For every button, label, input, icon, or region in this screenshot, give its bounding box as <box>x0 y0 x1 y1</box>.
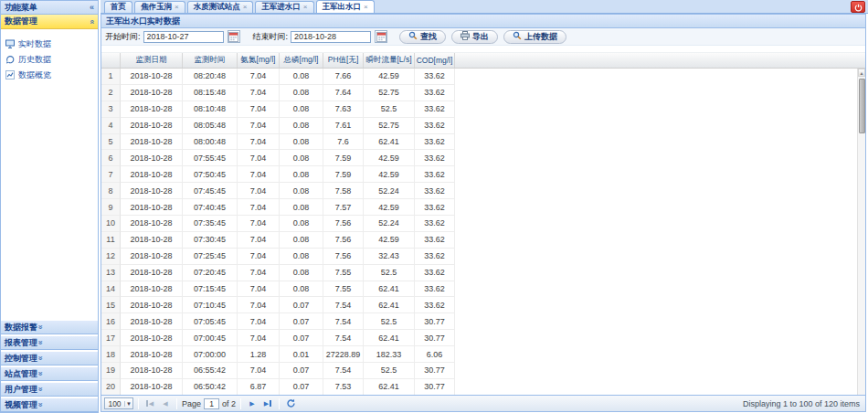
start-date-input[interactable] <box>143 31 224 43</box>
cell: 42.59 <box>364 69 415 85</box>
cell: 52.24 <box>364 183 415 199</box>
cell: 2018-10-28 <box>121 265 183 281</box>
table-row[interactable]: 42018-10-2808:05:487.040.087.6152.7533.6… <box>101 118 865 134</box>
table-row[interactable]: 122018-10-2807:25:457.040.087.5632.4333.… <box>101 249 865 265</box>
table-row[interactable]: 92018-10-2807:40:457.040.087.5742.5933.6… <box>101 199 865 216</box>
cell: 33.62 <box>415 249 455 265</box>
page-size-select[interactable]: 100 ▼ <box>104 397 133 409</box>
tab-jiaozuo-yurun[interactable]: 焦作玉润× <box>134 1 185 13</box>
sidebar-item-data-overview[interactable]: 数据概览 <box>5 68 94 83</box>
start-date-calendar-icon[interactable] <box>228 30 240 43</box>
cell: 7.04 <box>238 118 280 134</box>
column-header-tp[interactable]: 总磷[mg/l] <box>280 53 323 68</box>
column-header-cod[interactable]: COD[mg/l] <box>415 53 455 68</box>
upload-data-button[interactable]: 上传数据 <box>503 30 566 44</box>
tab-wangjun-inlet[interactable]: 王军进水口× <box>255 1 313 13</box>
first-page-button[interactable]: ◀ <box>143 397 156 410</box>
prev-page-button[interactable]: ◀ <box>159 397 172 410</box>
table-row[interactable]: 62018-10-2807:55:457.040.087.5942.5933.6… <box>101 150 865 166</box>
table-row[interactable]: 72018-10-2807:50:457.040.087.5942.5933.6… <box>101 166 865 183</box>
table-row[interactable]: 52018-10-2808:00:487.040.087.662.4133.62 <box>101 134 865 151</box>
refresh-button[interactable] <box>284 397 297 410</box>
section-label: 报表管理 <box>5 337 37 349</box>
column-header-flow[interactable]: 瞬时流量[L/s] <box>364 53 415 68</box>
collapse-sidebar-icon[interactable]: « <box>90 3 94 12</box>
tab-water-quality-test-site[interactable]: 水质测试站点× <box>187 1 254 13</box>
scroll-up-icon[interactable]: ▲ <box>858 69 865 77</box>
cell: 7.04 <box>238 199 280 216</box>
cell: 0.01 <box>280 346 323 363</box>
column-header-date[interactable]: 监测日期 <box>121 53 183 68</box>
end-date-input[interactable] <box>291 31 371 43</box>
cell: 7.04 <box>238 150 280 166</box>
table-row[interactable]: 152018-10-2807:10:457.040.077.5462.4133.… <box>101 297 865 313</box>
table-row[interactable]: 22018-10-2808:15:487.040.087.6452.7533.6… <box>101 85 865 101</box>
cell: 08:00:48 <box>183 134 238 151</box>
content-panel: 王军出水口实时数据 开始时间: 结束时间: 查找导出上传数据 监测日期监测时间氨… <box>101 14 866 412</box>
sidebar-section-control-management[interactable]: 控制管理« <box>1 351 98 365</box>
cell: 7.04 <box>238 134 280 151</box>
column-header-ph[interactable]: PH值[无] <box>323 53 364 68</box>
sidebar-section-data-alarm[interactable]: 数据报警« <box>1 320 98 334</box>
sidebar-section-user-management[interactable]: 用户管理« <box>1 382 98 397</box>
cell: 7.04 <box>238 363 280 379</box>
table-row[interactable]: 112018-10-2807:30:457.040.087.5642.5933.… <box>101 232 865 249</box>
vertical-scrollbar[interactable]: ▲ <box>857 69 865 395</box>
cell: 7.04 <box>238 232 280 249</box>
cell: 07:00:45 <box>183 330 238 346</box>
tab-close-icon[interactable]: × <box>303 4 308 11</box>
table-row[interactable]: 202018-10-2806:50:426.870.077.5362.4130.… <box>101 379 865 395</box>
cell: 42.59 <box>364 199 415 216</box>
table-row[interactable]: 132018-10-2807:20:457.040.087.5552.533.6… <box>101 265 865 281</box>
paging-status: Displaying 1 to 100 of 120 items <box>743 399 863 408</box>
next-page-button[interactable]: ▶ <box>246 397 259 410</box>
sidebar: 功能菜单 « 数据管理 « 实时数据历史数据数据概览 数据报警«报表管理«控制管… <box>0 0 99 413</box>
sidebar-item-label: 实时数据 <box>18 38 51 50</box>
sidebar-item-history-data[interactable]: 历史数据 <box>5 52 94 68</box>
table-row[interactable]: 82018-10-2807:45:457.040.087.5852.2433.6… <box>101 183 865 199</box>
row-number-cell: 16 <box>101 313 121 330</box>
cell: 2018-10-28 <box>121 199 183 216</box>
cell: 33.62 <box>415 232 455 249</box>
table-row[interactable]: 182018-10-2807:00:001.280.0127228.89182.… <box>101 346 865 363</box>
cell: 2018-10-28 <box>121 134 183 151</box>
cell: 2018-10-28 <box>121 379 183 395</box>
logout-power-button[interactable] <box>851 1 865 13</box>
table-row[interactable]: 162018-10-2807:05:457.040.077.5452.530.7… <box>101 313 865 330</box>
cell: 2018-10-28 <box>121 232 183 249</box>
sidebar-section-site-management[interactable]: 站点管理« <box>1 366 98 381</box>
search-button[interactable]: 查找 <box>399 30 446 44</box>
page-number-input[interactable] <box>204 398 219 409</box>
tab-close-icon[interactable]: × <box>243 4 248 11</box>
scrollbar-thumb[interactable] <box>859 79 865 133</box>
cell: 33.62 <box>415 216 455 232</box>
table-row[interactable]: 12018-10-2808:20:487.040.087.6642.5933.6… <box>101 69 865 85</box>
cell: 62.41 <box>364 330 415 346</box>
export-button[interactable]: 导出 <box>451 30 498 44</box>
cell: 6.06 <box>415 346 455 363</box>
tab-close-icon[interactable]: × <box>175 4 179 11</box>
table-row[interactable]: 192018-10-2806:55:427.040.077.5452.530.7… <box>101 363 865 379</box>
table-row[interactable]: 172018-10-2807:00:457.040.077.5462.4130.… <box>101 330 865 346</box>
cell: 52.5 <box>364 313 415 330</box>
column-header-time[interactable]: 监测时间 <box>183 53 238 68</box>
cell: 0.08 <box>280 118 323 134</box>
cell: 08:20:48 <box>183 69 238 85</box>
tab-wangjun-outlet[interactable]: 王军出水口× <box>316 0 375 13</box>
end-date-calendar-icon[interactable] <box>375 30 387 43</box>
sidebar-item-realtime-data[interactable]: 实时数据 <box>5 37 94 52</box>
tab-home[interactable]: 首页 <box>104 1 132 13</box>
table-row[interactable]: 32018-10-2808:10:487.040.087.6352.533.62 <box>101 101 865 118</box>
button-label: 导出 <box>472 31 489 43</box>
cell: 42.59 <box>364 166 415 183</box>
tab-close-icon[interactable]: × <box>364 4 368 11</box>
sidebar-section-video-management[interactable]: 视频管理« <box>1 397 98 412</box>
cell: 33.62 <box>415 101 455 118</box>
row-number-header <box>101 53 121 68</box>
sidebar-section-data-management[interactable]: 数据管理 « <box>1 15 98 29</box>
table-row[interactable]: 102018-10-2807:35:457.040.087.5652.2433.… <box>101 216 865 232</box>
sidebar-section-report-management[interactable]: 报表管理« <box>1 335 98 350</box>
last-page-button[interactable]: ▶ <box>261 397 274 410</box>
column-header-nh3n[interactable]: 氨氮[mg/l] <box>238 53 280 68</box>
table-row[interactable]: 142018-10-2807:15:457.040.087.5562.4133.… <box>101 281 865 298</box>
